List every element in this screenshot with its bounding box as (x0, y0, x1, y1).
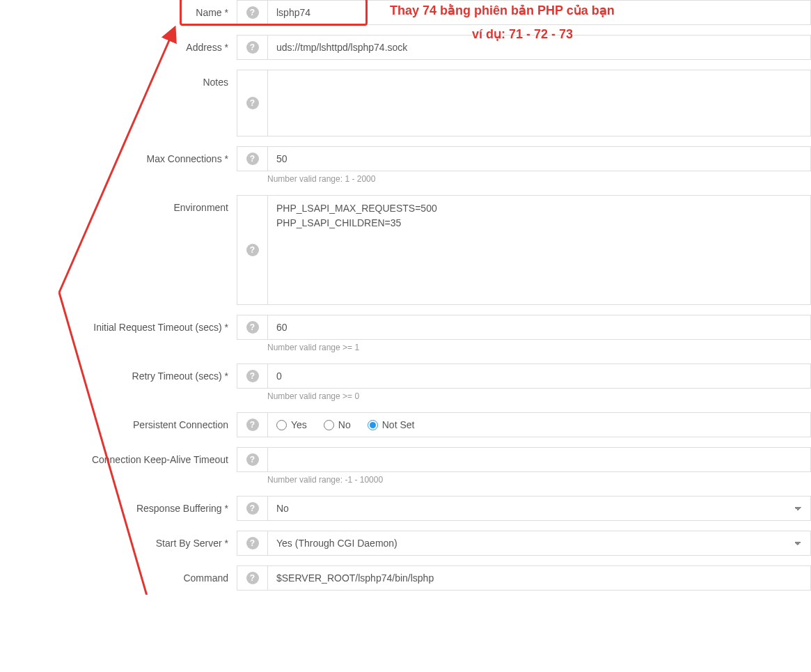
help-keep-alive-timeout[interactable]: ? (237, 447, 267, 472)
label-command: Command (0, 565, 237, 591)
label-start-by-server: Start By Server * (0, 531, 237, 556)
help-name[interactable]: ? (237, 0, 267, 25)
hint-keep-alive-timeout: Number valid range: -1 - 10000 (267, 472, 811, 492)
label-retry-timeout: Retry Timeout (secs) * (0, 364, 237, 389)
row-keep-alive-timeout: Connection Keep-Alive Timeout ? Number v… (0, 447, 811, 492)
label-keep-alive-timeout: Connection Keep-Alive Timeout (0, 447, 237, 472)
radio-no-input[interactable] (324, 420, 334, 430)
radio-yes-label: Yes (291, 419, 307, 430)
initial-request-timeout-input[interactable] (267, 315, 811, 340)
row-environment: Environment ? (0, 195, 811, 305)
keep-alive-timeout-input[interactable] (267, 447, 811, 472)
name-input[interactable] (267, 0, 811, 25)
notes-textarea[interactable] (267, 70, 811, 136)
help-notes[interactable]: ? (237, 70, 267, 136)
question-icon: ? (246, 321, 259, 334)
row-address: Address * ? (0, 35, 811, 60)
command-input[interactable] (267, 565, 811, 591)
row-response-buffering: Response Buffering * ? No (0, 496, 811, 521)
help-environment[interactable]: ? (237, 195, 267, 305)
help-start-by-server[interactable]: ? (237, 531, 267, 556)
help-address[interactable]: ? (237, 35, 267, 60)
label-persistent-connection: Persistent Connection (0, 412, 237, 437)
help-response-buffering[interactable]: ? (237, 496, 267, 521)
radio-no[interactable]: No (324, 419, 351, 430)
hint-max-connections: Number valid range: 1 - 2000 (267, 171, 811, 191)
max-connections-input[interactable] (267, 146, 811, 171)
row-persistent-connection: Persistent Connection ? Yes No Not Set (0, 412, 811, 437)
question-icon: ? (246, 572, 259, 584)
radio-yes[interactable]: Yes (276, 419, 307, 430)
question-icon: ? (246, 419, 259, 431)
help-max-connections[interactable]: ? (237, 146, 267, 171)
question-icon: ? (246, 153, 259, 165)
help-command[interactable]: ? (237, 565, 267, 591)
help-persistent-connection[interactable]: ? (237, 412, 267, 437)
persistent-connection-radiogroup: Yes No Not Set (267, 412, 811, 437)
radio-not-set[interactable]: Not Set (368, 419, 415, 430)
row-retry-timeout: Retry Timeout (secs) * ? Number valid ra… (0, 364, 811, 408)
address-input[interactable] (267, 35, 811, 60)
response-buffering-select[interactable]: No (267, 496, 811, 521)
environment-textarea[interactable] (267, 195, 811, 305)
help-retry-timeout[interactable]: ? (237, 364, 267, 389)
question-icon: ? (246, 97, 259, 109)
row-name: Name * ? (0, 0, 811, 25)
label-name: Name * (0, 0, 237, 25)
hint-retry-timeout: Number valid range >= 0 (267, 389, 811, 408)
radio-no-label: No (338, 419, 351, 430)
label-initial-request-timeout: Initial Request Timeout (secs) * (0, 315, 237, 340)
radio-not-set-label: Not Set (382, 419, 415, 430)
row-command: Command ? (0, 565, 811, 591)
label-notes: Notes (0, 70, 237, 95)
row-start-by-server: Start By Server * ? Yes (Through CGI Dae… (0, 531, 811, 556)
radio-not-set-input[interactable] (368, 420, 378, 430)
row-initial-request-timeout: Initial Request Timeout (secs) * ? Numbe… (0, 315, 811, 359)
question-icon: ? (246, 502, 259, 515)
question-icon: ? (246, 41, 259, 54)
help-initial-request-timeout[interactable]: ? (237, 315, 267, 340)
question-icon: ? (246, 537, 259, 549)
question-icon: ? (246, 244, 259, 256)
label-max-connections: Max Connections * (0, 146, 237, 171)
question-icon: ? (246, 453, 259, 466)
hint-initial-request-timeout: Number valid range >= 1 (267, 340, 811, 359)
row-max-connections: Max Connections * ? Number valid range: … (0, 146, 811, 191)
question-icon: ? (246, 370, 259, 382)
label-environment: Environment (0, 195, 237, 220)
start-by-server-select[interactable]: Yes (Through CGI Daemon) (267, 531, 811, 556)
row-notes: Notes ? (0, 70, 811, 136)
label-address: Address * (0, 35, 237, 60)
label-response-buffering: Response Buffering * (0, 496, 237, 521)
radio-yes-input[interactable] (276, 420, 287, 430)
question-icon: ? (246, 6, 259, 19)
retry-timeout-input[interactable] (267, 364, 811, 389)
